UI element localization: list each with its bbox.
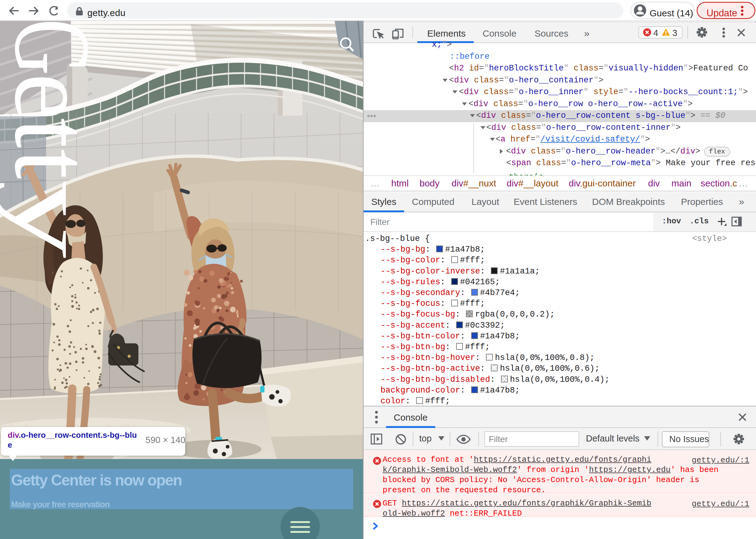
svg-text:t: t	[0, 149, 113, 179]
svg-text:e: e	[0, 73, 113, 120]
svg-text:t: t	[0, 118, 113, 148]
svg-text:G: G	[0, 21, 112, 75]
svg-text:y: y	[0, 180, 113, 259]
